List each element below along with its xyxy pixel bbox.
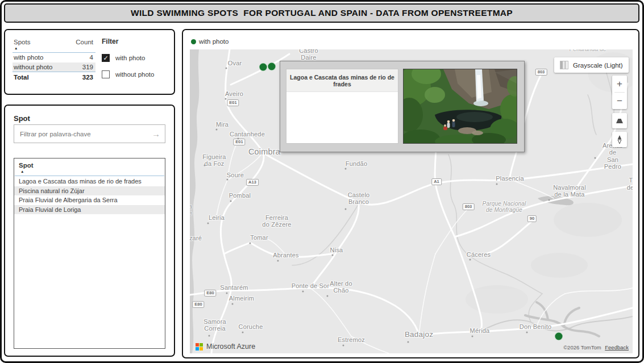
map-label: Castro Daire [299,49,318,61]
map-label: zaré [190,235,202,241]
city-marker-icon [230,201,232,202]
checkbox-checked-icon[interactable]: ✓ [102,54,110,62]
pitch-control[interactable] [612,113,627,128]
city-marker-icon [209,335,210,337]
sort-ascending-icon: ▲ [20,170,165,173]
city-marker-icon [227,179,228,181]
sort-ascending-icon: ▲ [14,47,95,50]
total-label: Total [14,73,29,82]
map-label: Cáceres [467,251,491,258]
feedback-link[interactable]: Feedback [605,344,629,351]
summary-table-rows: with photo4without photo319 [13,53,95,72]
microsoft-logo-icon [196,343,203,351]
city-marker-icon [204,165,206,166]
city-marker-icon [345,208,347,210]
zoom-out-button[interactable]: − [612,93,627,109]
map-label: Estremoz [338,336,365,343]
map-label: Aveiro [225,90,243,97]
table-row[interactable]: with photo4 [13,53,95,62]
search-submit-icon[interactable]: → [152,130,160,138]
compass-control[interactable] [612,132,627,147]
city-marker-icon [207,223,209,224]
city-marker-icon [472,336,473,337]
map-label: Cantanhede [230,131,265,137]
page-title: WILD SWIMMING SPOTS FOR PORTUGAL AND SPA… [4,3,639,23]
filter-section: Filter ✓with photowithout photo [102,37,154,78]
city-marker-icon [238,138,239,140]
spot-panel-title: Spot [14,114,30,123]
list-header-divider [15,176,164,176]
swimming-spot-marker[interactable] [555,332,563,341]
filter-title: Filter [102,37,154,45]
checkbox-unchecked-icon[interactable] [102,70,110,78]
city-marker-icon [595,157,596,159]
map-label: Santarém [220,284,248,291]
map-label: Figueira da Foz [202,153,226,168]
zoom-in-button[interactable]: + [612,76,627,92]
city-marker-icon [277,260,279,262]
spot-list-header[interactable]: Spot [14,162,165,169]
city-marker-icon [470,259,471,261]
road-shield: E80 [192,301,204,308]
road-shield: 803 [535,69,547,76]
tooltip-card: Lagoa e Cascata das minas de rio de frad… [286,69,398,144]
copyright-text: ©2026 TomTom [563,344,601,351]
map-label: Peñaranda de [569,49,606,52]
summary-table-header: Spots Count ▲ [13,39,95,53]
swimming-spot-marker[interactable] [259,63,268,72]
total-count: 323 [82,73,93,82]
swimming-spot-marker[interactable] [268,62,276,71]
search-box[interactable]: → [14,124,165,143]
city-marker-icon [225,98,227,100]
list-item[interactable]: Praia Fluvial de Loriga [14,205,165,215]
tooltip-photo [403,69,517,144]
map-label: Samora Correia [203,318,226,332]
map-label: Fundão [346,160,368,167]
map-tooltip: Lagoa e Cascata das minas de rio de frad… [280,61,525,152]
city-marker-icon [526,332,528,333]
microsoft-logo-square [200,347,203,351]
search-input[interactable] [19,130,152,138]
map-style-icon [560,61,568,69]
map-legend: with photo [191,38,228,45]
legend-label: with photo [199,38,228,45]
map-label: Nisa [330,247,343,253]
city-marker-icon [332,254,334,256]
map-label: Tomar [250,234,268,241]
filter-option[interactable]: ✓with photo [102,54,154,62]
map-label: Alter do Chão [330,280,352,294]
legend-dot-icon [191,39,196,44]
map-canvas[interactable]: OvarCastro DaireAveiroMiraCantanhedeCoim… [190,49,633,353]
pitch-icon [614,113,625,128]
map-label: Castelo Branco [348,191,370,206]
zoom-controls: + − [612,76,627,109]
road-shield: 803 [463,203,475,210]
filter-option[interactable]: without photo [102,70,154,78]
city-marker-icon [496,183,498,185]
table-row[interactable]: without photo319 [13,62,95,72]
road-shield: 90 [527,215,537,222]
compass-icon [614,132,625,147]
column-header-spots[interactable]: Spots [14,39,30,45]
city-marker-icon [226,68,227,69]
city-marker-icon [345,168,347,170]
map-label: Plasencia [496,175,524,182]
city-marker-icon [302,291,304,293]
column-header-count[interactable]: Count [76,39,93,45]
list-item[interactable]: Piscina natural rio Zújar [14,186,165,196]
map-style-button[interactable]: Grayscale (Light) [554,57,629,73]
map-card: with photo [182,29,639,358]
filter-options: ✓with photowithout photo [102,54,154,78]
map-label: Don Benito [520,323,551,330]
summary-table: Spots Count ▲ with photo4without photo31… [13,39,95,82]
road-shield: A1 [431,178,442,185]
road-shield: E01 [233,139,245,145]
map-label: Coimbra [248,147,280,156]
map-label: Pombal [229,192,251,199]
filter-option-label: without photo [115,71,154,78]
list-item[interactable]: Praia Fluvial de Albergaria da Serra [14,195,165,205]
list-item[interactable]: Lagoa e Cascata das minas de rio de frad… [14,177,165,186]
city-marker-icon [232,303,234,305]
map-label: Abrantes [273,252,299,258]
city-marker-icon [408,341,409,343]
